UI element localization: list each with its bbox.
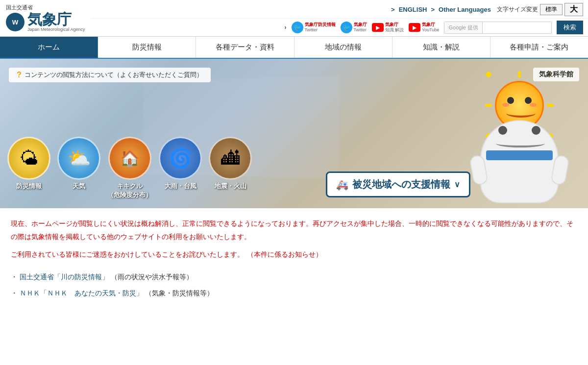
faq-text: コンテンツの閲覧方法について（よくお寄せいただくご質問）: [24, 71, 203, 79]
twitter1-icon: 🐦: [292, 22, 303, 33]
social-youtube1[interactable]: ▶ 気象庁 知識 解説: [372, 22, 404, 33]
bullet-1: ・: [11, 273, 18, 281]
social-arrow: ›: [285, 24, 287, 31]
english-link[interactable]: ENGLISH: [399, 6, 427, 13]
nav-item-bousai[interactable]: 防災情報: [98, 37, 196, 58]
icon-kiki-label: キキクル（危険度分布）: [107, 182, 152, 199]
hero-section: 気象科学館 ? コンテンツの閲覧方法について（よくお寄せいただくご質問）: [0, 59, 588, 208]
icon-kiki-wrap[interactable]: 🏠 キキクル（危険度分布）: [107, 137, 152, 199]
twitter2-labels: 気象庁 Twitter: [354, 22, 367, 33]
twitter2-icon: 🐦: [341, 22, 352, 33]
apology-line: ご利用されている皆様にご迷惑をおかけしていることをお詫びいたします。 （本件に係…: [11, 248, 577, 261]
logo-agency-en: Japan Meteorological Agency: [27, 27, 85, 32]
icon-jishin-label: 地震・火山: [215, 182, 246, 191]
english-arrow: >: [391, 6, 395, 13]
list-item-1: ・ 国土交通省「川の防災情報」 （雨の状況や洪水予報等）: [11, 269, 577, 286]
icon-tenki-label: 天気: [73, 182, 85, 191]
youtube1-icon: ▶: [372, 23, 384, 32]
other-languages-link[interactable]: Other Languages: [439, 6, 491, 13]
link-2[interactable]: ＮＨＫ「ＮＨＫ あなたの天気・防災」: [20, 289, 143, 297]
icon-jishin-circle: 🏙: [209, 137, 252, 180]
fontsize-large-btn[interactable]: 大: [564, 3, 583, 16]
icon-tenki-circle: ⛅: [57, 137, 100, 180]
youtube2-red-label: 気象庁: [422, 22, 439, 27]
links-list: ・ 国土交通省「川の防災情報」 （雨の状況や洪水予報等） ・ ＮＨＫ「ＮＨＫ あ…: [11, 269, 577, 302]
logo-main: w 気象庁 Japan Meteorological Agency: [6, 12, 85, 32]
icon-oame-wrap[interactable]: 🌀 大雨・台風: [159, 137, 202, 199]
social-twitter1[interactable]: 🐦 気象庁防災情報 Twitter: [292, 22, 336, 33]
notice-paragraph: 現在、ホームページが閲覧しにくい状況は概ね解消し、正常に閲覧できるようになってお…: [11, 217, 577, 243]
fontsize-label: 文字サイズ変更: [497, 5, 538, 14]
chevron-down-icon: ∨: [454, 180, 460, 189]
nav-item-data[interactable]: 各種データ・資料: [196, 37, 294, 58]
logo-section: 国土交通省 w 気象庁 Japan Meteorological Agency: [0, 0, 91, 36]
twitter1-red-label: 気象庁防災情報: [305, 22, 336, 27]
link-1-paren: （雨の状況や洪水予報等）: [111, 273, 193, 281]
twitter2-sub: Twitter: [354, 27, 367, 33]
museum-label: 気象科学館: [533, 68, 579, 81]
youtube2-sub: YouTube: [422, 27, 439, 33]
main-content: 現在、ホームページが閲覧しにくい状況は概ね解消し、正常に閲覧できるようになってお…: [0, 208, 588, 311]
apology-text: ご利用されている皆様にご迷惑をおかけしていることをお詫びいたします。: [11, 248, 244, 261]
google-search: Google 提供: [444, 22, 552, 34]
logo-text-wrap: 気象庁 Japan Meteorological Agency: [27, 12, 85, 32]
truck-icon: 🚑: [336, 179, 348, 191]
icon-bousai-circle: 🌤: [7, 137, 50, 180]
nav-item-home[interactable]: ホーム: [0, 37, 98, 58]
youtube2-labels: 気象庁 YouTube: [422, 22, 439, 33]
twitter2-red-label: 気象庁: [354, 22, 367, 27]
logo-org: 国土交通省: [6, 4, 85, 11]
nav-item-chiiki[interactable]: 地域の情報: [294, 37, 392, 58]
icon-row: 🌤 防災情報 ⛅ 天気 🏠 キキクル（危険度分布） 🌀 大雨・台風 🏙 地震・火…: [7, 137, 252, 203]
top-right-section: > ENGLISH > Other Languages 文字サイズ変更 標準 大…: [91, 0, 588, 36]
top-right-row1: > ENGLISH > Other Languages 文字サイズ変更 標準 大: [91, 0, 588, 19]
announcement-link[interactable]: （本件に係るお知らせ）: [247, 248, 322, 261]
other-arrow: >: [431, 6, 435, 13]
mascot-cloud: [480, 120, 559, 203]
youtube1-red-label: 気象庁: [385, 22, 404, 27]
bullet-2: ・: [11, 289, 18, 297]
nav-item-moushikomi[interactable]: 各種申請・ご案内: [490, 37, 588, 58]
logo-circle: w: [6, 13, 24, 31]
icon-jishin-wrap[interactable]: 🏙 地震・火山: [209, 137, 252, 199]
icon-oame-circle: 🌀: [159, 137, 202, 180]
fontsize-area: 文字サイズ変更 標準 大: [497, 3, 583, 16]
social-twitter2[interactable]: 🐦 気象庁 Twitter: [341, 22, 367, 33]
fontsize-standard-btn[interactable]: 標準: [540, 4, 563, 15]
twitter1-labels: 気象庁防災情報 Twitter: [305, 22, 336, 33]
twitter1-sub: Twitter: [305, 27, 336, 33]
faq-bar[interactable]: ? コンテンツの閲覧方法について（よくお寄せいただくご質問）: [9, 68, 211, 82]
disaster-btn-label: 被災地域への支援情報: [352, 178, 450, 191]
icon-bousai-wrap[interactable]: 🌤 防災情報: [7, 137, 50, 199]
youtube1-sub: 知識 解説: [385, 27, 404, 33]
logo-agency-name: 気象庁: [27, 12, 85, 27]
youtube1-labels: 気象庁 知識 解説: [385, 22, 404, 33]
notice-text: 現在、ホームページが閲覧しにくい状況は概ね解消し、正常に閲覧できるようになってお…: [11, 219, 573, 241]
search-submit-btn[interactable]: 検索: [557, 21, 583, 34]
google-label: Google 提供: [444, 22, 483, 33]
icon-tenki-wrap[interactable]: ⛅ 天気: [57, 137, 100, 199]
youtube2-icon: ▶: [409, 23, 420, 32]
main-nav: ホーム 防災情報 各種データ・資料 地域の情報 知識・解説 各種申請・ご案内: [0, 37, 588, 59]
social-youtube2[interactable]: ▶ 気象庁 YouTube: [409, 22, 439, 33]
icon-bousai-label: 防災情報: [16, 182, 42, 191]
disaster-support-btn[interactable]: 🚑 被災地域への支援情報 ∨: [326, 171, 470, 197]
faq-icon: ?: [17, 71, 22, 79]
lang-area: > ENGLISH > Other Languages: [391, 6, 491, 13]
link-2-paren: （気象・防災情報等）: [145, 289, 214, 297]
search-input[interactable]: [483, 22, 551, 33]
mascot: [480, 81, 568, 208]
icon-oame-label: 大雨・台風: [165, 182, 196, 191]
list-item-2: ・ ＮＨＫ「ＮＨＫ あなたの天気・防災」 （気象・防災情報等）: [11, 285, 577, 302]
header: 国土交通省 w 気象庁 Japan Meteorological Agency …: [0, 0, 588, 37]
top-right-row2: › 🐦 気象庁防災情報 Twitter 🐦 気象庁 Twitter: [91, 19, 588, 36]
header-top-bar: 国土交通省 w 気象庁 Japan Meteorological Agency …: [0, 0, 588, 36]
nav-item-chishiki[interactable]: 知識・解説: [392, 37, 490, 58]
icon-kiki-circle: 🏠: [108, 137, 151, 180]
link-1[interactable]: 国土交通省「川の防災情報」: [20, 273, 109, 281]
